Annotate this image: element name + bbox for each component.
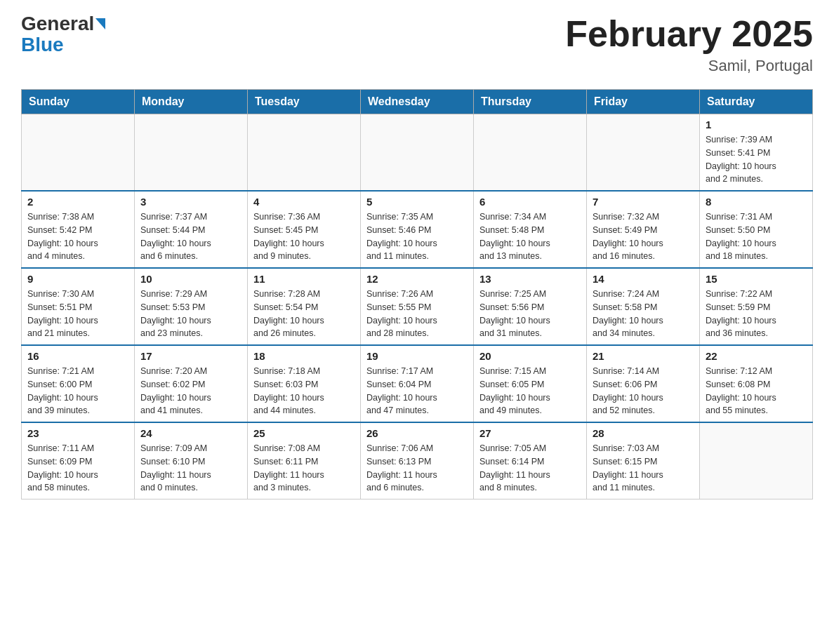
day-number: 13 bbox=[479, 273, 581, 285]
calendar-week-3: 9Sunrise: 7:30 AMSunset: 5:51 PMDaylight… bbox=[22, 268, 813, 345]
calendar-week-1: 1Sunrise: 7:39 AMSunset: 5:41 PMDaylight… bbox=[22, 114, 813, 192]
table-row bbox=[587, 114, 700, 192]
table-row: 19Sunrise: 7:17 AMSunset: 6:04 PMDayligh… bbox=[361, 345, 474, 422]
table-row: 25Sunrise: 7:08 AMSunset: 6:11 PMDayligh… bbox=[248, 422, 361, 499]
table-row: 8Sunrise: 7:31 AMSunset: 5:50 PMDaylight… bbox=[700, 191, 813, 268]
day-number: 23 bbox=[27, 427, 128, 439]
calendar-week-2: 2Sunrise: 7:38 AMSunset: 5:42 PMDaylight… bbox=[22, 191, 813, 268]
table-row bbox=[474, 114, 587, 192]
day-info: Sunrise: 7:31 AMSunset: 5:50 PMDaylight:… bbox=[706, 210, 807, 263]
table-row: 18Sunrise: 7:18 AMSunset: 6:03 PMDayligh… bbox=[248, 345, 361, 422]
day-info: Sunrise: 7:28 AMSunset: 5:54 PMDaylight:… bbox=[253, 288, 355, 340]
day-number: 15 bbox=[706, 273, 807, 285]
day-info: Sunrise: 7:30 AMSunset: 5:51 PMDaylight:… bbox=[27, 288, 128, 340]
calendar-week-4: 16Sunrise: 7:21 AMSunset: 6:00 PMDayligh… bbox=[22, 345, 813, 422]
table-row: 22Sunrise: 7:12 AMSunset: 6:08 PMDayligh… bbox=[700, 345, 813, 422]
table-row bbox=[135, 114, 248, 192]
day-number: 28 bbox=[593, 427, 694, 439]
logo: General Blue bbox=[21, 14, 105, 56]
day-info: Sunrise: 7:29 AMSunset: 5:53 PMDaylight:… bbox=[140, 288, 241, 340]
day-number: 22 bbox=[706, 350, 807, 362]
day-info: Sunrise: 7:09 AMSunset: 6:10 PMDaylight:… bbox=[140, 442, 241, 495]
page-header: General Blue February 2025 Samil, Portug… bbox=[21, 14, 813, 75]
day-number: 14 bbox=[593, 273, 694, 285]
table-row: 5Sunrise: 7:35 AMSunset: 5:46 PMDaylight… bbox=[361, 191, 474, 268]
table-row: 10Sunrise: 7:29 AMSunset: 5:53 PMDayligh… bbox=[135, 268, 248, 345]
day-number: 19 bbox=[366, 350, 468, 362]
header-thursday: Thursday bbox=[474, 90, 587, 114]
day-info: Sunrise: 7:18 AMSunset: 6:03 PMDaylight:… bbox=[253, 365, 355, 417]
table-row: 28Sunrise: 7:03 AMSunset: 6:15 PMDayligh… bbox=[587, 422, 700, 499]
table-row: 14Sunrise: 7:24 AMSunset: 5:58 PMDayligh… bbox=[587, 268, 700, 345]
day-info: Sunrise: 7:36 AMSunset: 5:45 PMDaylight:… bbox=[253, 210, 355, 263]
logo-part1: General bbox=[21, 14, 94, 34]
day-info: Sunrise: 7:24 AMSunset: 5:58 PMDaylight:… bbox=[593, 288, 694, 340]
table-row: 2Sunrise: 7:38 AMSunset: 5:42 PMDaylight… bbox=[22, 191, 135, 268]
page-subtitle: Samil, Portugal bbox=[565, 57, 813, 75]
day-info: Sunrise: 7:08 AMSunset: 6:11 PMDaylight:… bbox=[253, 442, 355, 495]
day-info: Sunrise: 7:06 AMSunset: 6:13 PMDaylight:… bbox=[366, 442, 468, 495]
table-row: 16Sunrise: 7:21 AMSunset: 6:00 PMDayligh… bbox=[22, 345, 135, 422]
title-block: February 2025 Samil, Portugal bbox=[565, 14, 813, 75]
day-number: 4 bbox=[253, 196, 355, 208]
day-number: 10 bbox=[140, 273, 241, 285]
table-row: 26Sunrise: 7:06 AMSunset: 6:13 PMDayligh… bbox=[361, 422, 474, 499]
day-number: 1 bbox=[706, 119, 807, 130]
day-number: 8 bbox=[706, 196, 807, 208]
day-number: 21 bbox=[593, 350, 694, 362]
table-row bbox=[700, 422, 813, 499]
day-number: 26 bbox=[366, 427, 468, 439]
calendar-header-row: Sunday Monday Tuesday Wednesday Thursday… bbox=[22, 90, 813, 114]
table-row bbox=[361, 114, 474, 192]
day-info: Sunrise: 7:22 AMSunset: 5:59 PMDaylight:… bbox=[706, 288, 807, 340]
calendar-week-5: 23Sunrise: 7:11 AMSunset: 6:09 PMDayligh… bbox=[22, 422, 813, 499]
table-row: 9Sunrise: 7:30 AMSunset: 5:51 PMDaylight… bbox=[22, 268, 135, 345]
page-title: February 2025 bbox=[565, 14, 813, 54]
header-monday: Monday bbox=[135, 90, 248, 114]
day-number: 6 bbox=[479, 196, 581, 208]
day-info: Sunrise: 7:26 AMSunset: 5:55 PMDaylight:… bbox=[366, 288, 468, 340]
table-row: 17Sunrise: 7:20 AMSunset: 6:02 PMDayligh… bbox=[135, 345, 248, 422]
day-info: Sunrise: 7:05 AMSunset: 6:14 PMDaylight:… bbox=[479, 442, 581, 495]
logo-part2: Blue bbox=[21, 34, 64, 56]
table-row: 3Sunrise: 7:37 AMSunset: 5:44 PMDaylight… bbox=[135, 191, 248, 268]
day-number: 12 bbox=[366, 273, 468, 285]
day-number: 2 bbox=[27, 196, 128, 208]
day-number: 5 bbox=[366, 196, 468, 208]
table-row: 24Sunrise: 7:09 AMSunset: 6:10 PMDayligh… bbox=[135, 422, 248, 499]
table-row: 6Sunrise: 7:34 AMSunset: 5:48 PMDaylight… bbox=[474, 191, 587, 268]
day-number: 17 bbox=[140, 350, 241, 362]
day-number: 27 bbox=[479, 427, 581, 439]
table-row bbox=[22, 114, 135, 192]
header-wednesday: Wednesday bbox=[361, 90, 474, 114]
header-sunday: Sunday bbox=[22, 90, 135, 114]
day-info: Sunrise: 7:34 AMSunset: 5:48 PMDaylight:… bbox=[479, 210, 581, 263]
logo-arrow-icon bbox=[95, 18, 105, 29]
table-row: 1Sunrise: 7:39 AMSunset: 5:41 PMDaylight… bbox=[700, 114, 813, 192]
table-row: 20Sunrise: 7:15 AMSunset: 6:05 PMDayligh… bbox=[474, 345, 587, 422]
day-info: Sunrise: 7:17 AMSunset: 6:04 PMDaylight:… bbox=[366, 365, 468, 417]
table-row: 21Sunrise: 7:14 AMSunset: 6:06 PMDayligh… bbox=[587, 345, 700, 422]
day-number: 7 bbox=[593, 196, 694, 208]
day-info: Sunrise: 7:25 AMSunset: 5:56 PMDaylight:… bbox=[479, 288, 581, 340]
day-info: Sunrise: 7:35 AMSunset: 5:46 PMDaylight:… bbox=[366, 210, 468, 263]
table-row: 13Sunrise: 7:25 AMSunset: 5:56 PMDayligh… bbox=[474, 268, 587, 345]
table-row: 12Sunrise: 7:26 AMSunset: 5:55 PMDayligh… bbox=[361, 268, 474, 345]
day-number: 18 bbox=[253, 350, 355, 362]
day-number: 9 bbox=[27, 273, 128, 285]
day-number: 20 bbox=[479, 350, 581, 362]
day-info: Sunrise: 7:12 AMSunset: 6:08 PMDaylight:… bbox=[706, 365, 807, 417]
day-info: Sunrise: 7:37 AMSunset: 5:44 PMDaylight:… bbox=[140, 210, 241, 263]
day-number: 16 bbox=[27, 350, 128, 362]
table-row: 11Sunrise: 7:28 AMSunset: 5:54 PMDayligh… bbox=[248, 268, 361, 345]
header-saturday: Saturday bbox=[700, 90, 813, 114]
day-info: Sunrise: 7:32 AMSunset: 5:49 PMDaylight:… bbox=[593, 210, 694, 263]
day-number: 25 bbox=[253, 427, 355, 439]
day-info: Sunrise: 7:38 AMSunset: 5:42 PMDaylight:… bbox=[27, 210, 128, 263]
table-row: 7Sunrise: 7:32 AMSunset: 5:49 PMDaylight… bbox=[587, 191, 700, 268]
table-row: 15Sunrise: 7:22 AMSunset: 5:59 PMDayligh… bbox=[700, 268, 813, 345]
day-number: 24 bbox=[140, 427, 241, 439]
table-row bbox=[248, 114, 361, 192]
table-row: 23Sunrise: 7:11 AMSunset: 6:09 PMDayligh… bbox=[22, 422, 135, 499]
table-row: 4Sunrise: 7:36 AMSunset: 5:45 PMDaylight… bbox=[248, 191, 361, 268]
